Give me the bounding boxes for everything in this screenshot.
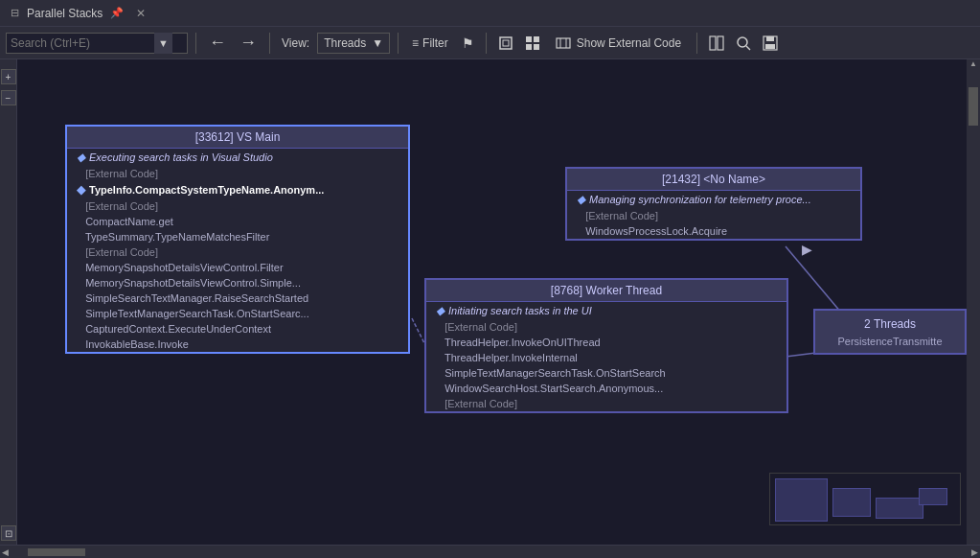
back-button[interactable]: ← [204,31,231,56]
stack-row: [External Code] [426,319,786,335]
mini-block [876,498,923,519]
worker-thread-header: [8768] Worker Thread [426,280,786,302]
zoom-out-button[interactable]: − [1,90,16,105]
stack-row: CompactName.get [67,214,408,229]
svg-rect-15 [765,44,775,49]
mini-block [832,488,871,517]
mini-map-inner [770,474,960,524]
arrow-icon: ◆ [77,151,85,164]
svg-point-11 [738,37,747,47]
svg-rect-0 [500,37,512,49]
flag-button[interactable]: ⚑ [458,31,478,56]
svg-rect-10 [718,36,723,50]
filter-lines-icon: ≡ [412,36,419,50]
save-icon [763,35,778,51]
worker-thread-card: [8768] Worker Thread ◆ Initiating search… [424,278,788,413]
stack-row: ◆ Managing synchronization for telemetry… [567,191,860,208]
vs-main-header: [33612] VS Main [67,127,408,149]
svg-rect-5 [534,44,539,50]
frame-icon [498,35,513,51]
mini-block [919,488,947,505]
show-external-code-label: Show External Code [577,36,681,50]
stack-row: ◆ Initiating search tasks in the UI [426,302,786,319]
stack-row: [External Code] [67,244,408,260]
svg-rect-4 [526,44,532,50]
zoom-in-button[interactable]: + [1,69,16,84]
stack-row: ◆ Executing search tasks in Visual Studi… [67,149,408,166]
stack-row: TypeSummary.TypeNameMatchesFilter [67,229,408,244]
arrow-icon: ◆ [77,183,85,197]
scrollbar-bottom-thumb[interactable] [28,548,85,556]
stack-row: [External Code] [426,396,786,411]
zoom-icon [736,35,751,51]
show-external-code-button[interactable]: Show External Code [548,31,689,56]
stack-row: WindowsProcessLock.Acquire [567,223,860,239]
grid-icon-button[interactable] [521,31,544,56]
filter-button[interactable]: ≡ Filter [406,35,454,52]
svg-rect-2 [526,36,532,42]
view-icon-1 [709,35,724,51]
view-label: View: [282,36,309,50]
scrollbar-thumb[interactable] [969,87,978,126]
expand-arrow[interactable]: ▶ [802,242,812,257]
view-dropdown[interactable]: Threads ▼ [317,33,390,54]
frame-icon-button[interactable] [494,31,517,56]
close-button[interactable]: ✕ [133,6,148,21]
svg-rect-1 [503,40,509,46]
scroll-right-arrow[interactable]: ▶ [971,547,978,557]
arrow-icon: ◆ [436,304,444,317]
save-button[interactable] [759,31,782,56]
view-value: Threads [324,36,366,50]
view-icon-1-button[interactable] [705,31,728,56]
scrollbar-bottom: ◀ ▶ [0,545,980,558]
pin-icon[interactable]: 📌 [110,7,124,20]
canvas-area: + − ⊡ [33612] VS Main ◆ Executing search… [0,59,980,545]
scroll-up-arrow[interactable]: ▲ [969,59,977,68]
separator-1 [195,33,196,54]
stack-row: SimpleTextManagerSearchTask.OnStartSearc… [67,306,408,321]
scrollbar-right: ▲ [967,59,980,545]
separator-5 [696,33,697,54]
separator-2 [269,33,270,54]
no-name-card: [21432] <No Name> ◆ Managing synchroniza… [565,167,862,241]
two-threads-row: PersistenceTransmitte [823,334,957,349]
stack-row: WindowSearchHost.StartSearch.Anonymous..… [426,381,786,396]
stack-row: MemorySnapshotDetailsViewControl.Simple.… [67,275,408,291]
filter-label: Filter [422,36,448,50]
fit-button[interactable]: ⊡ [1,525,16,541]
forward-button[interactable]: → [235,31,262,56]
svg-rect-9 [710,36,716,50]
separator-3 [398,33,399,54]
two-threads-header: 2 Threads [823,314,957,334]
stack-row: SimpleTextManagerSearchTask.OnStartSearc… [426,365,786,381]
svg-line-12 [746,46,750,50]
stack-row: ThreadHelper.InvokeOnUIThread [426,335,786,350]
external-code-icon [556,35,571,51]
mini-block [775,478,828,522]
separator-4 [486,33,487,54]
toolbar: ▼ ← → View: Threads ▼ ≡ Filter ⚑ [0,27,980,59]
vs-main-card: [33612] VS Main ◆ Executing search tasks… [65,125,410,354]
search-input[interactable] [11,36,154,50]
scroll-left-arrow[interactable]: ◀ [2,547,9,557]
svg-rect-3 [534,36,539,42]
no-name-header: [21432] <No Name> [567,169,860,191]
zoom-icon-button[interactable] [732,31,755,56]
mini-map [769,473,961,525]
left-controls: + − ⊡ [0,59,17,545]
grid-icon [525,35,540,51]
two-threads-card: 2 Threads PersistenceTransmitte [813,309,967,355]
svg-rect-14 [766,36,774,41]
stack-row: CapturedContext.ExecuteUnderContext [67,321,408,337]
search-box: ▼ [6,33,188,54]
stack-row: [External Code] [67,198,408,214]
stack-row: [External Code] [567,208,860,223]
chevron-down-icon: ▼ [372,36,383,50]
svg-rect-6 [557,38,570,48]
stack-row: ThreadHelper.InvokeInternal [426,350,786,365]
stack-row: MemorySnapshotDetailsViewControl.Filter [67,260,408,275]
title-bar: ⊟ Parallel Stacks 📌 ✕ [0,0,980,27]
search-icon-button[interactable]: ▼ [154,33,172,54]
stack-row: ◆ TypeInfo.CompactSystemTypeName.Anonym.… [67,181,408,198]
stack-row: SimpleSearchTextManager.RaiseSearchStart… [67,291,408,306]
